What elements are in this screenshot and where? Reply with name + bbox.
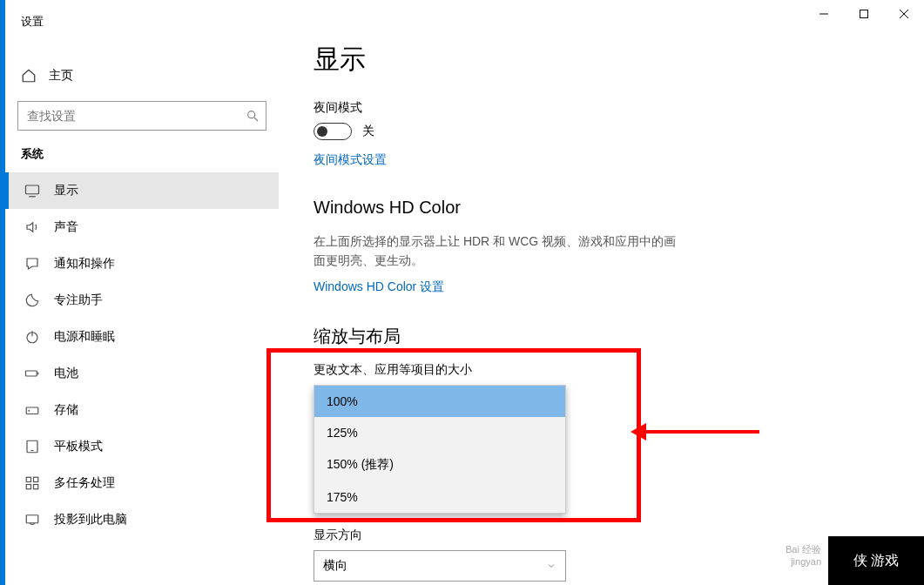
page-title: 显示 [314, 42, 889, 77]
sidebar-item-power-sleep[interactable]: 电源和睡眠 [5, 319, 279, 355]
svg-rect-1 [860, 10, 868, 18]
sidebar-item-label: 电源和睡眠 [54, 329, 115, 345]
sidebar-item-label: 专注助手 [54, 292, 103, 308]
sidebar-item-label: 通知和操作 [54, 256, 115, 272]
orientation-select[interactable]: 横向 [314, 550, 566, 582]
svg-rect-21 [26, 515, 38, 523]
watermark-logo: 侠 游戏 [828, 536, 924, 585]
scale-option[interactable]: 175% [314, 481, 565, 513]
maximize-button[interactable] [844, 0, 884, 28]
night-light-toggle[interactable] [314, 123, 352, 140]
projecting-icon [24, 512, 40, 528]
sidebar-item-focus-assist[interactable]: 专注助手 [5, 282, 279, 319]
close-button[interactable] [884, 0, 924, 28]
display-icon [24, 183, 40, 198]
svg-rect-19 [26, 485, 30, 489]
svg-rect-20 [34, 485, 38, 489]
sidebar-item-label: 显示 [54, 183, 78, 198]
sidebar-item-label: 投影到此电脑 [54, 512, 127, 528]
sidebar-item-sound[interactable]: 声音 [5, 209, 279, 245]
night-light-state: 关 [362, 124, 374, 139]
sidebar-item-display[interactable]: 显示 [5, 172, 279, 209]
sound-icon [24, 219, 40, 235]
svg-rect-18 [34, 477, 38, 481]
night-light-label: 夜间模式 [314, 100, 889, 116]
scale-option[interactable]: 100% [314, 386, 565, 417]
sidebar-item-notifications[interactable]: 通知和操作 [5, 245, 279, 282]
minimize-button[interactable] [804, 0, 844, 28]
tablet-mode-icon [24, 439, 40, 454]
sidebar-item-label: 平板模式 [54, 439, 103, 454]
scale-layout-heading: 缩放与布局 [314, 325, 889, 348]
search-icon [246, 109, 260, 123]
sidebar-item-label: 存储 [54, 402, 78, 418]
svg-rect-11 [26, 371, 37, 376]
window-title: 设置 [5, 10, 279, 33]
sidebar: 设置 主页 系统 显示声音通知和操作专注助手电源和睡眠电池存储平板模式多任务处理… [5, 0, 279, 585]
sidebar-item-label: 电池 [54, 366, 78, 381]
sidebar-item-label: 多任务处理 [54, 475, 115, 491]
svg-point-4 [248, 111, 255, 118]
focus-assist-icon [24, 292, 40, 308]
watermark-text: Bai 经验 jingyan [786, 543, 821, 568]
scale-label: 更改文本、应用等项目的大小 [314, 362, 889, 378]
chevron-down-icon [546, 561, 556, 571]
svg-marker-8 [27, 223, 33, 232]
home-icon [21, 68, 37, 84]
svg-line-5 [254, 118, 258, 121]
home-button[interactable]: 主页 [5, 59, 279, 92]
sidebar-item-tablet-mode[interactable]: 平板模式 [5, 428, 279, 465]
scale-option[interactable]: 150% (推荐) [314, 448, 565, 481]
annotation-arrow [646, 430, 759, 434]
night-light-settings-link[interactable]: 夜间模式设置 [314, 152, 889, 168]
sidebar-item-battery[interactable]: 电池 [5, 355, 279, 392]
sidebar-item-label: 声音 [54, 219, 78, 235]
hd-color-heading: Windows HD Color [314, 198, 889, 218]
orientation-value: 横向 [323, 558, 347, 574]
svg-rect-6 [26, 185, 39, 194]
power-sleep-icon [24, 329, 40, 345]
multitasking-icon [24, 475, 40, 491]
hd-color-settings-link[interactable]: Windows HD Color 设置 [314, 279, 889, 295]
svg-rect-17 [26, 477, 30, 481]
sidebar-item-projecting[interactable]: 投影到此电脑 [5, 501, 279, 538]
battery-icon [24, 366, 40, 381]
search-input[interactable] [17, 101, 266, 131]
sidebar-item-multitasking[interactable]: 多任务处理 [5, 465, 279, 501]
home-label: 主页 [49, 68, 73, 84]
notifications-icon [24, 256, 40, 272]
svg-point-14 [29, 410, 30, 411]
scale-option[interactable]: 125% [314, 417, 565, 448]
hd-color-description: 在上面所选择的显示器上让 HDR 和 WCG 视频、游戏和应用中的画面更明亮、更… [314, 232, 688, 271]
toggle-knob [317, 126, 327, 137]
storage-icon [24, 402, 40, 418]
sidebar-group-title: 系统 [5, 131, 279, 172]
sidebar-item-storage[interactable]: 存储 [5, 392, 279, 428]
scale-dropdown[interactable]: 100%125%150% (推荐)175% [314, 385, 566, 514]
watermark: Bai 经验 jingyan xiayx.com 侠 游戏 [786, 536, 924, 585]
content-area: 显示 夜间模式 关 夜间模式设置 Windows HD Color 在上面所选择… [279, 0, 924, 585]
